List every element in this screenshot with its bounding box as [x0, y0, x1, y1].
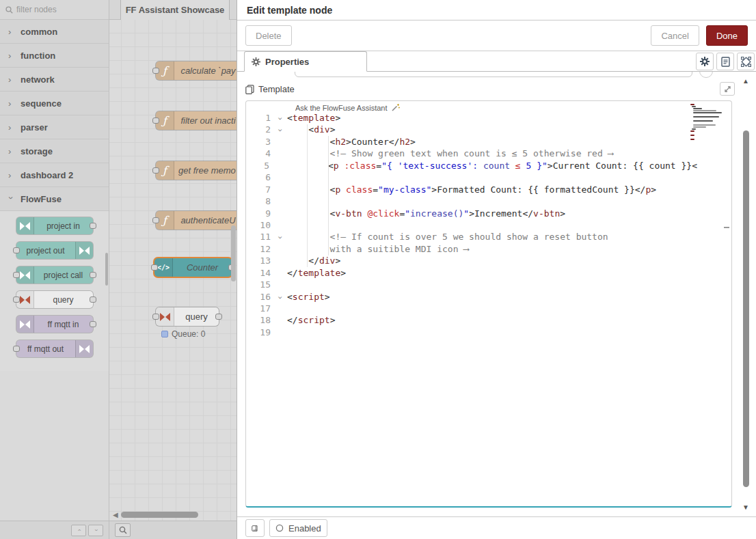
chevron-right-icon: ›: [8, 27, 14, 37]
done-button[interactable]: Done: [706, 25, 748, 46]
minimap-row: [693, 112, 722, 113]
chevron-right-icon: ›: [8, 98, 14, 109]
flow-node-label: get free memo: [174, 165, 237, 176]
editor-minimap[interactable]: [690, 104, 725, 137]
palette-footer: › ›: [0, 521, 109, 539]
palette-category-common[interactable]: ›common: [0, 20, 109, 44]
palette-node-label: project call: [34, 271, 93, 280]
code-line-9: 9 <v-btn @click="increase()">Increment</…: [246, 208, 697, 219]
book-icon: [252, 524, 258, 533]
flow-node-authenticateu[interactable]: ƒauthenticateU: [156, 211, 237, 230]
code-line-1: 1›<template>: [246, 112, 697, 124]
node-port-in: [13, 247, 20, 253]
palette-node-ff-mqtt-in[interactable]: ff mqtt in: [16, 316, 93, 333]
palette-category-function[interactable]: ›function: [0, 44, 109, 68]
editor-expand-button[interactable]: [720, 82, 735, 96]
code-line-10: 10: [246, 219, 697, 231]
workspace-tab[interactable]: FF Assistant Showcase: [120, 0, 230, 20]
node-port-in: [151, 264, 158, 271]
search-zoom-button[interactable]: [115, 523, 131, 537]
collapse-all-button[interactable]: ›: [71, 525, 86, 536]
flow-node-filter-out-inacti[interactable]: ƒfilter out inacti: [156, 111, 237, 130]
fold-chevron-icon[interactable]: ›: [275, 112, 286, 124]
palette-category-flowfuse[interactable]: ›FlowFuse: [0, 187, 109, 211]
palette-category-sequence[interactable]: ›sequence: [0, 92, 109, 115]
minimap-row: [693, 124, 716, 126]
fold-chevron-icon[interactable]: ›: [275, 291, 286, 303]
code-line-4: 4 <!— Show green text when count is ≤ 5 …: [246, 148, 697, 159]
dialog-scroll-thumb[interactable]: [743, 130, 749, 487]
flow-node-label: Counter: [173, 262, 232, 273]
palette-category-dashboard-2[interactable]: ›dashboard 2: [0, 163, 109, 187]
node-description-button[interactable]: [716, 53, 734, 70]
edit-template-dialog: Edit template node Delete Cancel Done Pr…: [237, 0, 756, 539]
fold-chevron-icon[interactable]: ›: [275, 231, 286, 243]
node-port-out: [215, 314, 222, 320]
flow-canvas[interactable]: FF Assistant Showcase ƒcalculate `payƒfi…: [109, 0, 237, 539]
scroll-left-arrow-icon[interactable]: ◀: [113, 511, 118, 519]
flowfuse-logo-icon: [75, 340, 93, 357]
palette-category-parser[interactable]: ›parser: [0, 115, 109, 139]
fold-chevron-icon[interactable]: ›: [275, 124, 286, 135]
palette-node-query[interactable]: query: [16, 291, 93, 308]
code-line-19: 19: [246, 327, 697, 338]
enabled-toggle-button[interactable]: Enabled: [269, 519, 327, 537]
hscroll-thumb[interactable]: [121, 512, 198, 518]
expand-all-button[interactable]: ›: [88, 525, 103, 536]
minimap-row: [690, 114, 725, 115]
chevron-right-icon: ›: [8, 146, 14, 156]
palette-category-label: parser: [21, 122, 48, 133]
node-red-editor: ›common›function›network›sequence›parser…: [0, 0, 756, 539]
cancel-button[interactable]: Cancel: [651, 25, 699, 46]
node-palette: ›common›function›network›sequence›parser…: [0, 0, 109, 539]
palette-filter-input[interactable]: [16, 5, 98, 14]
chevron-down-icon: ›: [6, 196, 16, 202]
node-status: Queue: 0: [161, 329, 205, 339]
flow-node-label: calculate `pay: [174, 66, 237, 76]
code-line-14: 14</template>: [246, 267, 697, 279]
flow-node-get-free-memo[interactable]: ƒget free memo: [156, 161, 237, 180]
node-port-in: [13, 296, 20, 303]
minimap-row: [693, 126, 706, 128]
assistant-prompt[interactable]: Ask the FlowFuse Assistant: [295, 103, 400, 112]
palette-scrollbar[interactable]: [105, 253, 108, 286]
palette-filter: [0, 0, 109, 20]
code-editor[interactable]: Ask the FlowFuse Assistant 1›<template>2…: [245, 100, 732, 508]
flow-node-query[interactable]: query: [156, 307, 219, 326]
palette-node-label: project out: [16, 246, 75, 255]
tab-properties-label: Properties: [265, 57, 309, 67]
docs-button[interactable]: [245, 519, 265, 537]
code-line-11: 11› <!— If count is over 5 we should sho…: [246, 231, 697, 243]
scroll-down-arrow-icon[interactable]: ▼: [742, 503, 749, 511]
enabled-label: Enabled: [288, 523, 321, 534]
node-settings-button[interactable]: [696, 53, 714, 70]
tab-properties[interactable]: Properties: [244, 51, 367, 72]
flow-node-counter[interactable]: </>Counter: [154, 258, 232, 277]
document-icon: [721, 57, 730, 67]
minimap-row: [690, 135, 694, 136]
code-line-18: 18</script>: [246, 314, 697, 326]
palette-category-network[interactable]: ›network: [0, 68, 109, 92]
canvas-vscrollbar[interactable]: [231, 225, 236, 281]
palette-node-label: ff mqtt out: [16, 344, 75, 354]
workspace-tabbar: FF Assistant Showcase: [109, 0, 237, 20]
magic-wand-icon: [391, 103, 400, 112]
flow-node-calculate-pay[interactable]: ƒcalculate `pay: [156, 61, 237, 80]
gear-icon: [700, 57, 710, 66]
minimap-row: [692, 128, 696, 130]
palette-node-project-call[interactable]: project call: [16, 266, 93, 284]
canvas-hscrollbar[interactable]: ◀: [109, 511, 237, 519]
palette-node-label: project in: [34, 221, 93, 231]
delete-button[interactable]: Delete: [245, 25, 292, 46]
name-field-remnant[interactable]: [295, 72, 692, 77]
palette-category-storage[interactable]: ›storage: [0, 139, 109, 163]
palette-node-project-out[interactable]: project out: [16, 242, 93, 259]
node-appearance-button[interactable]: [737, 53, 755, 70]
magnifier-icon: [119, 526, 127, 534]
chevron-right-icon: ›: [8, 74, 14, 85]
palette-node-ff-mqtt-out[interactable]: ff mqtt out: [16, 340, 93, 357]
dialog-scrollbar[interactable]: ▲ ▼: [741, 72, 752, 516]
scroll-up-arrow-icon[interactable]: ▲: [742, 77, 749, 85]
palette-node-project-in[interactable]: project in: [16, 217, 93, 234]
node-port-in: [152, 217, 159, 223]
